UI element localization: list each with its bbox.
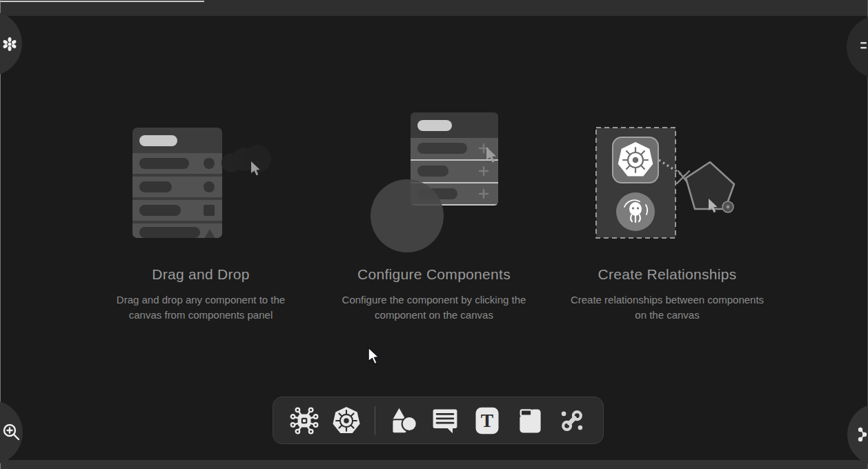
onboarding-cards: Drag and Drop Drag and drop any componen… — [0, 103, 868, 323]
configure-components-illustration — [317, 103, 551, 255]
top-bar — [0, 0, 868, 16]
kubernetes-icon — [331, 405, 362, 437]
svg-text:T: T — [481, 410, 493, 431]
link-icon — [557, 406, 587, 436]
card-description: Drag and drop any component to the canva… — [101, 292, 301, 323]
actions-icon — [857, 426, 868, 443]
top-right-panel-button[interactable] — [847, 16, 868, 78]
loading-progress-line — [0, 1, 204, 2]
zoom-in-icon — [1, 422, 23, 444]
top-left-menu-button[interactable] — [0, 11, 22, 76]
shapes-icon — [388, 406, 418, 436]
link-tool-button[interactable] — [556, 405, 588, 437]
comment-icon — [430, 406, 460, 436]
note-tool-button[interactable] — [514, 405, 546, 437]
card-title: Create Relationships — [598, 266, 737, 283]
text-icon: T — [472, 406, 502, 436]
design-canvas-screen: Drag and Drop Drag and drop any componen… — [0, 0, 868, 469]
card-create-relationships: Create Relationships Create relationship… — [551, 103, 784, 323]
bottom-right-actions-button[interactable] — [847, 403, 868, 466]
tools-dock: T — [273, 397, 604, 444]
note-icon — [515, 406, 545, 436]
create-relationships-illustration — [551, 103, 784, 255]
octopus-node — [616, 192, 655, 231]
card-drag-and-drop: Drag and Drop Drag and drop any componen… — [84, 103, 317, 323]
text-tool-button[interactable]: T — [471, 405, 503, 437]
relationship-graphic — [551, 103, 784, 255]
kubernetes-tool-button[interactable] — [331, 405, 362, 437]
dock-divider — [375, 406, 375, 435]
card-title: Drag and Drop — [152, 266, 250, 283]
configure-panel-graphic — [317, 103, 551, 255]
components-panel-graphic — [84, 103, 317, 255]
kubernetes-node — [613, 137, 658, 183]
mouse-cursor — [368, 347, 382, 366]
flower-menu-icon — [1, 36, 18, 52]
drag-and-drop-illustration — [84, 103, 317, 255]
card-configure-components: Configure Components Configure the compo… — [317, 103, 551, 323]
card-description: Create relationships between components … — [567, 292, 767, 323]
comment-tool-button[interactable] — [429, 405, 461, 437]
shapes-tool-button[interactable] — [387, 405, 419, 437]
card-title: Configure Components — [357, 266, 511, 283]
bottom-left-zoom-button[interactable] — [0, 400, 23, 465]
components-chip-icon — [289, 406, 319, 436]
components-chip-button[interactable] — [288, 405, 320, 437]
card-description: Configure the component by clicking the … — [334, 292, 534, 323]
bottom-bar — [0, 460, 868, 469]
panel-toggle-icon — [859, 38, 868, 54]
